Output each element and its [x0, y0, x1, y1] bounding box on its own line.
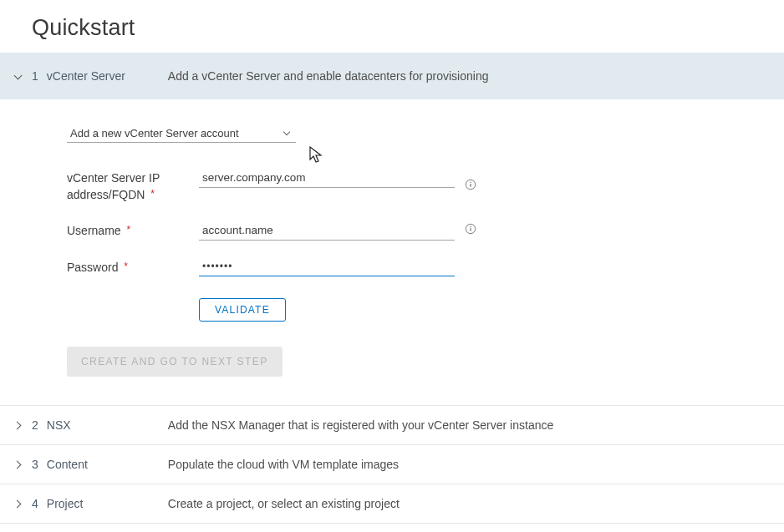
ip-fqdn-input[interactable] [199, 170, 455, 188]
svg-rect-1 [470, 184, 471, 187]
step-title: vCenter Server [47, 69, 135, 83]
account-dropdown[interactable]: Add a new vCenter Server account [67, 124, 296, 143]
step-header-content[interactable]: 3 Content Populate the cloud with VM tem… [0, 445, 784, 484]
quickstart-accordion: 1 vCenter Server Add a vCenter Server an… [0, 53, 784, 524]
username-input[interactable] [199, 222, 455, 241]
step-description: Add a vCenter Server and enable datacent… [168, 69, 489, 83]
step-header-project[interactable]: 4 Project Create a project, or select an… [0, 484, 784, 523]
step-number: 3 [32, 458, 38, 471]
chevron-right-icon [12, 499, 23, 510]
chevron-right-icon [12, 420, 23, 432]
chevron-right-icon [12, 459, 23, 471]
username-label: Username * [67, 222, 199, 240]
password-label: Password * [67, 259, 199, 276]
step-header-nsx[interactable]: 2 NSX Add the NSX Manager that is regist… [0, 406, 784, 444]
step-number: 1 [32, 69, 38, 83]
form-row-password: Password * [67, 259, 717, 276]
step-number: 2 [32, 418, 38, 432]
chevron-down-icon [283, 129, 291, 138]
step-item-content: 3 Content Populate the cloud with VM tem… [0, 445, 784, 484]
chevron-down-icon [12, 71, 23, 83]
step-body-vcenter: Add a new vCenter Server account vCenter… [0, 99, 784, 405]
form-row-username: Username * [67, 222, 717, 241]
label-text: Password [67, 261, 118, 274]
label-text: vCenter Server IP address/FQDN [67, 171, 160, 201]
password-input[interactable] [199, 259, 455, 276]
step-number: 4 [32, 497, 38, 510]
svg-rect-5 [470, 226, 471, 227]
step-item-project: 4 Project Create a project, or select an… [0, 484, 784, 524]
page-title: Quickstart [0, 0, 784, 53]
step-description: Create a project, or select an existing … [168, 497, 400, 510]
required-asterisk: * [124, 261, 128, 272]
create-next-step-button: CREATE AND GO TO NEXT STEP [67, 347, 283, 377]
svg-rect-4 [470, 228, 471, 231]
validate-button[interactable]: VALIDATE [199, 298, 286, 322]
svg-rect-2 [470, 181, 471, 182]
info-icon[interactable] [465, 179, 476, 190]
form-row-ip: vCenter Server IP address/FQDN * [67, 170, 717, 204]
info-icon[interactable] [465, 223, 476, 235]
step-item-vcenter: 1 vCenter Server Add a vCenter Server an… [0, 53, 784, 406]
step-title: NSX [47, 418, 135, 432]
step-title: Project [47, 497, 135, 510]
step-title: Content [47, 458, 135, 471]
step-header-vcenter[interactable]: 1 vCenter Server Add a vCenter Server an… [0, 53, 784, 99]
step-description: Populate the cloud with VM template imag… [168, 458, 399, 471]
required-asterisk: * [126, 224, 130, 236]
step-item-nsx: 2 NSX Add the NSX Manager that is regist… [0, 406, 784, 445]
step-description: Add the NSX Manager that is registered w… [168, 418, 553, 432]
validate-row: VALIDATE [199, 298, 717, 322]
label-text: Username [67, 224, 121, 237]
required-asterisk: * [150, 188, 155, 200]
ip-label: vCenter Server IP address/FQDN * [67, 170, 199, 204]
